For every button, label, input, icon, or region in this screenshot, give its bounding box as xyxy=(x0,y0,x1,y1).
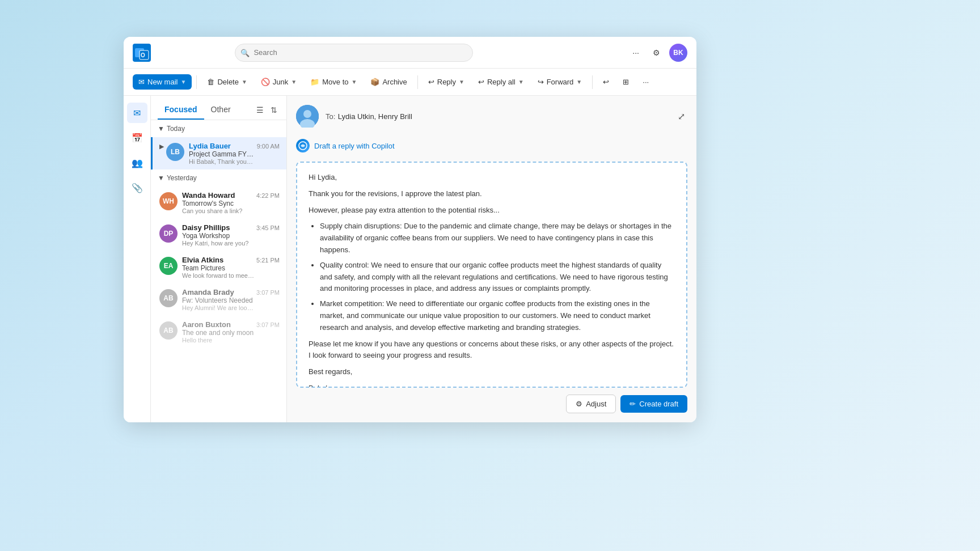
delete-chevron-icon: ▼ xyxy=(242,79,247,85)
draft-closing: Best regards, xyxy=(309,366,675,378)
mail-subject-lydia: Project Gamma FY23 Planni xyxy=(189,150,255,158)
sidebar-item-attachments[interactable]: 📎 xyxy=(127,177,147,198)
mail-time-elvia: 5:21 PM xyxy=(256,257,280,264)
search-input[interactable] xyxy=(235,44,473,62)
copilot-draft-text[interactable]: Draft a reply with Copilot xyxy=(314,142,395,150)
sidebar-item-mail[interactable]: ✉ xyxy=(127,103,147,123)
mail-item-lydia[interactable]: ▶ LB Lydia Bauer Project Gamma FY23 Plan… xyxy=(151,137,286,169)
filter-icon[interactable]: ☰ xyxy=(254,103,266,117)
mail-tabs: Focused Other ☰ ⇅ xyxy=(151,96,286,120)
move-to-chevron-icon: ▼ xyxy=(351,79,357,85)
reply-button[interactable]: ↩ Reply ▼ xyxy=(423,74,470,90)
mail-list-panel: Focused Other ☰ ⇅ ▼ Today ▶ LB xyxy=(151,96,287,422)
section-yesterday[interactable]: ▼ Yesterday xyxy=(151,169,286,187)
mail-avatar-daisy: DP xyxy=(159,224,178,243)
app-container: O 🔍 ··· ⚙ BK ✉ New mail ▼ 🗑 Delete ▼ 🚫 J… xyxy=(124,37,696,422)
tab-focused[interactable]: Focused xyxy=(158,100,204,120)
sidebar-item-calendar[interactable]: 📅 xyxy=(127,128,147,148)
search-icon: 🔍 xyxy=(240,48,250,57)
toolbar: ✉ New mail ▼ 🗑 Delete ▼ 🚫 Junk ▼ 📁 Move … xyxy=(124,69,696,96)
mail-item-aaron[interactable]: AB Aaron Buxton The one and only moon He… xyxy=(151,316,286,348)
adjust-button[interactable]: ⚙ Adjust xyxy=(566,395,616,413)
forward-button[interactable]: ↪ Forward ▼ xyxy=(532,74,588,90)
forward-icon: ↪ xyxy=(538,78,544,86)
reply-all-button[interactable]: ↩ Reply all ▼ xyxy=(472,74,530,90)
junk-button[interactable]: 🚫 Junk ▼ xyxy=(255,74,302,90)
reply-all-chevron-icon: ▼ xyxy=(518,79,524,85)
to-label: To: xyxy=(326,112,335,121)
new-mail-icon: ✉ xyxy=(138,78,145,86)
search-bar: 🔍 xyxy=(235,44,473,62)
mail-sender-lydia: Lydia Bauer xyxy=(189,142,255,150)
mail-avatar-aaron: AB xyxy=(159,321,178,340)
mail-item-content-amanda: Amanda Brady Fw: Volunteers Needed Hey A… xyxy=(182,288,254,311)
mail-item-wanda[interactable]: WH Wanda Howard Tomorrow's Sync Can you … xyxy=(151,187,286,219)
sidebar-item-people[interactable]: 👥 xyxy=(127,152,147,173)
delete-button[interactable]: 🗑 Delete ▼ xyxy=(201,74,252,90)
sort-icon[interactable]: ⇅ xyxy=(268,103,280,117)
move-to-icon: 📁 xyxy=(310,78,319,86)
mail-item-elvia[interactable]: EA Elvia Atkins Team Pictures We look fo… xyxy=(151,251,286,283)
mail-icon: ✉ xyxy=(133,108,141,118)
avatar[interactable]: BK xyxy=(669,44,687,62)
adjust-icon: ⚙ xyxy=(576,400,582,408)
new-mail-chevron-icon: ▼ xyxy=(180,79,186,85)
mail-time-aaron: 3:07 PM xyxy=(256,321,280,328)
junk-chevron-icon: ▼ xyxy=(291,79,297,85)
new-mail-button[interactable]: ✉ New mail ▼ xyxy=(133,74,192,90)
mail-time-lydia: 9:00 AM xyxy=(257,143,280,150)
email-sender-avatar xyxy=(296,105,319,128)
mail-avatar-wanda: WH xyxy=(159,192,178,210)
mail-subject-amanda: Fw: Volunteers Needed xyxy=(182,296,254,304)
outlook-logo-icon: O xyxy=(133,44,151,62)
mail-subject-elvia: Team Pictures xyxy=(182,264,254,272)
mail-item-content-elvia: Elvia Atkins Team Pictures We look forwa… xyxy=(182,256,254,279)
draft-body-3: Please let me know if you have any quest… xyxy=(309,338,675,362)
grid-button[interactable]: ⊞ xyxy=(617,74,635,90)
sidebar-icons: ✉ 📅 👥 📎 xyxy=(124,96,151,422)
create-draft-icon: ✏ xyxy=(630,400,636,408)
undo-button[interactable]: ↩ xyxy=(597,74,615,90)
paperclip-icon: 📎 xyxy=(132,183,143,193)
draft-signature: Babak xyxy=(309,383,675,388)
archive-icon: 📦 xyxy=(370,78,379,86)
sender-avatar-icon xyxy=(296,105,319,128)
toolbar-more-button[interactable]: ··· xyxy=(637,74,654,90)
archive-button[interactable]: 📦 Archive xyxy=(365,74,412,90)
email-header: To: Lydia Utkin, Henry Brill ⤢ xyxy=(296,105,687,128)
email-to-label: To: Lydia Utkin, Henry Brill xyxy=(326,111,412,121)
mail-preview-aaron: Hello there xyxy=(182,337,254,344)
tab-other[interactable]: Other xyxy=(204,100,238,120)
create-draft-button[interactable]: ✏ Create draft xyxy=(620,395,687,413)
section-yesterday-chevron-icon: ▼ xyxy=(158,174,164,182)
section-today[interactable]: ▼ Today xyxy=(151,120,286,137)
mail-item-amanda[interactable]: AB Amanda Brady Fw: Volunteers Needed He… xyxy=(151,283,286,316)
header-bar: O 🔍 ··· ⚙ BK xyxy=(124,37,696,69)
mail-item-content-wanda: Wanda Howard Tomorrow's Sync Can you sha… xyxy=(182,191,254,214)
move-to-button[interactable]: 📁 Move to ▼ xyxy=(305,74,362,90)
mail-avatar-lydia: LB xyxy=(166,143,184,161)
draft-bullet-1: Supply chain disruptions: Due to the pan… xyxy=(320,221,675,256)
junk-icon: 🚫 xyxy=(261,78,270,86)
settings-button[interactable]: ⚙ xyxy=(648,46,665,60)
mail-item-daisy[interactable]: DP Daisy Phillips Yoga Workshop Hey Katr… xyxy=(151,219,286,251)
draft-actions: ⚙ Adjust ✏ Create draft xyxy=(296,388,687,413)
mail-preview-lydia: Hi Babak, Thank you for taking the xyxy=(189,158,255,165)
draft-greeting: Hi Lydia, xyxy=(309,172,675,184)
svg-point-5 xyxy=(303,110,311,118)
mail-subject-aaron: The one and only moon xyxy=(182,329,254,337)
section-today-chevron-icon: ▼ xyxy=(158,125,164,133)
mail-avatar-amanda: AB xyxy=(159,289,178,307)
mail-item-content-lydia: Lydia Bauer Project Gamma FY23 Planni Hi… xyxy=(189,142,255,165)
draft-box[interactable]: Hi Lydia, Thank you for the revisions, I… xyxy=(296,162,687,388)
draft-body-1: Thank you for the revisions, I approve t… xyxy=(309,188,675,200)
expand-button[interactable]: ⤢ xyxy=(675,109,687,124)
svg-text:O: O xyxy=(141,52,145,58)
mail-item-content-daisy: Daisy Phillips Yoga Workshop Hey Katri, … xyxy=(182,223,254,247)
reply-icon: ↩ xyxy=(428,78,434,86)
reading-pane: To: Lydia Utkin, Henry Brill ⤢ Draft a r… xyxy=(287,96,696,422)
draft-body-2: However, please pay extra attention to t… xyxy=(309,205,675,217)
toolbar-divider-1 xyxy=(196,75,197,89)
draft-bullet-3: Market competition: We need to different… xyxy=(320,298,675,333)
more-button[interactable]: ··· xyxy=(628,46,644,60)
